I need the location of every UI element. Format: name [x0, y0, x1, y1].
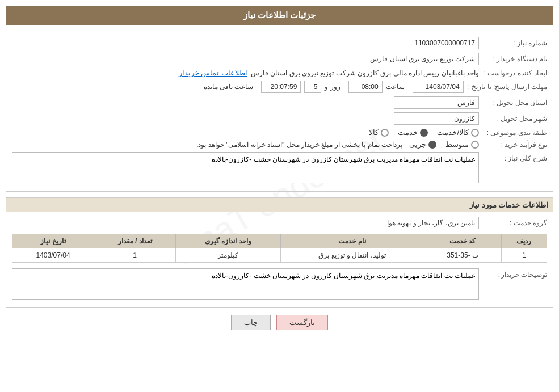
back-button[interactable]: بازگشت	[276, 315, 328, 330]
radio-khedmat[interactable]: خدمت	[398, 128, 428, 137]
ostan-value: فارس	[394, 96, 479, 109]
mohlat-time-value: 20:07:59	[261, 81, 301, 93]
radio-kala-circle	[381, 129, 389, 137]
radio-kala[interactable]: کالا	[369, 128, 389, 137]
tabaqe-label: طبقه بندی موضوعی :	[479, 129, 547, 137]
col-nam-khedmat: نام خدمت	[280, 234, 424, 248]
ostan-label: استان محل تحویل :	[479, 99, 547, 107]
nam-dastgah-label: نام دستگاه خریدار :	[479, 55, 547, 63]
radio-motevasset-circle	[471, 141, 479, 149]
radio-kala-label: کالا	[369, 128, 379, 137]
noe-farayand-label: نوع فرآیند خرید :	[479, 141, 547, 149]
radio-kala-khedmat-circle	[471, 129, 479, 137]
col-vahed: واحد اندازه گیری	[176, 234, 280, 248]
radio-kala-khedmat-label: کالا/خدمت	[437, 128, 469, 137]
table-row: 1ت -35-351تولید، انتقال و توزیع برقکیلوم…	[12, 248, 547, 263]
col-tarikh: تاریخ نیاز	[12, 234, 94, 248]
service-section-header: اطلاعات خدمات مورد نیاز	[6, 198, 553, 212]
tosif-label: توصیحات خریدار :	[479, 268, 547, 279]
print-button[interactable]: چاپ	[231, 315, 271, 330]
mohlat-date: 1403/07/04	[413, 81, 464, 93]
mohlat-roz-value: 5	[304, 81, 321, 93]
shomare-niaz-label: شماره نیاز :	[479, 39, 547, 47]
noe-info-text: پرداخت تمام یا بخشی از مبلغ خریدار محل "…	[196, 141, 402, 149]
radio-motevasset[interactable]: متوسط	[445, 140, 479, 149]
radio-jozyi-circle	[428, 141, 436, 149]
ijad-konande-link[interactable]: اطلاعات تماس خریدار	[179, 69, 247, 77]
radio-jozyi[interactable]: جزیی	[409, 140, 436, 149]
ijad-konande-text: واحد باغبانیان رییس اداره مالی برق کازرو…	[251, 69, 479, 77]
page-title: جزئیات اطلاعات نیاز	[6, 6, 553, 25]
nam-dastgah-value: شرکت توزیع نیروی برق استان فارس	[224, 53, 479, 65]
ijad-konande-label: ایجاد کننده درخواست :	[479, 69, 547, 77]
shahr-value: کازرون	[394, 112, 479, 125]
mohlat-remaining-label: ساعت باقی مانده	[204, 83, 254, 91]
mohlat-label: مهلت ارسال پاسخ: تا تاریخ :	[464, 83, 547, 91]
buttons-row: بازگشت چاپ	[6, 315, 553, 330]
group-value: تامین برق، گاز، بخار و تهویه هوا	[309, 217, 479, 229]
mohlat-saat-value: 08:00	[348, 81, 383, 93]
radio-khedmat-circle	[420, 129, 428, 137]
mohlat-roz-label: روز و	[325, 83, 340, 91]
mohlat-saat-label: ساعت	[386, 83, 405, 91]
col-kod-khedmat: کد خدمت	[424, 234, 501, 248]
radio-jozyi-label: جزیی	[409, 140, 426, 149]
radio-motevasset-label: متوسط	[445, 140, 469, 149]
shomare-niaz-value: 1103007000000717	[309, 37, 479, 49]
sharh-value[interactable]	[12, 152, 479, 183]
col-tedad: تعداد / مقدار	[94, 234, 176, 248]
sharh-label: شرح کلی نیاز :	[479, 152, 547, 162]
group-label: گروه خدمت :	[479, 219, 547, 227]
radio-kala-khedmat[interactable]: کالا/خدمت	[437, 128, 479, 137]
tosif-value[interactable]	[12, 268, 479, 300]
services-table: ردیف کد خدمت نام خدمت واحد اندازه گیری ت…	[12, 234, 547, 263]
shahr-label: شهر محل تحویل :	[479, 115, 547, 123]
services-table-container: ردیف کد خدمت نام خدمت واحد اندازه گیری ت…	[12, 234, 547, 263]
col-radif: ردیف	[501, 234, 547, 248]
radio-khedmat-label: خدمت	[398, 128, 418, 137]
